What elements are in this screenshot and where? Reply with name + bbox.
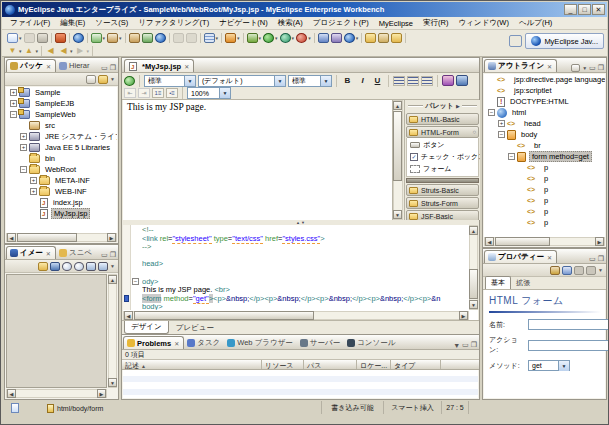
outline-item[interactable]: jsp:scriptlet [484,85,605,96]
viewtab-デザイン[interactable]: デザイン [124,321,169,334]
outline-hscrollbar[interactable]: ◀▶ [484,237,605,246]
zoom-out-icon[interactable] [62,262,72,271]
minimize-button[interactable]: _ [564,4,577,15]
external-tools-a-icon[interactable] [172,33,185,43]
property-input[interactable] [528,319,609,330]
new-java-package-icon[interactable]: ▾ [106,33,123,43]
tree-item[interactable]: +JRE システム・ライブラリー [jd [6,131,117,142]
myeclipse-database-explorer-icon[interactable]: ▾ [203,33,220,43]
tree-item[interactable]: −SampleWeb [6,109,117,120]
dropdown-arrow-icon[interactable]: ▾ [275,35,278,41]
open-perspective-icon[interactable] [509,35,522,47]
dropdown-arrow-icon[interactable]: ▾ [292,35,295,41]
close-icon[interactable]: ✕ [547,254,552,261]
run-icon[interactable]: ▾ [262,33,279,43]
tree-item[interactable]: +Sample [6,87,117,98]
palette-drawer-html-basic[interactable]: HTML-Basic [406,113,479,125]
palette-collapse-icon[interactable]: ▶ [456,103,460,109]
zoom-combo[interactable]: 100%▼ [187,87,231,99]
expand-icon[interactable]: + [10,89,17,96]
tree-item[interactable]: +Java EE 5 Libraries [6,142,117,153]
palette-item-form[interactable]: フォーム [407,163,478,175]
collapse-all-icon[interactable] [571,64,580,72]
expand-icon[interactable]: + [10,100,17,107]
save-icon[interactable] [23,33,36,43]
outline-item[interactable]: p [484,217,605,228]
next-annotation-icon[interactable]: ▼▾ [6,46,23,56]
dropdown-arrow-icon[interactable]: ▾ [70,48,73,54]
expand-icon[interactable]: + [30,177,37,184]
tab-outline[interactable]: アウトライン ✕ [484,59,557,72]
restore-default-icon[interactable] [574,266,584,275]
property-input[interactable] [528,340,609,351]
palette-drawer-struts-form[interactable]: Struts-Form [406,197,479,209]
outline-item[interactable]: −form method=get [484,151,605,162]
zoom-in-icon[interactable] [74,262,84,271]
outline-item[interactable]: p [484,162,605,173]
menu-source[interactable]: ソース(S) [90,18,133,28]
menu-navigate[interactable]: ナビゲート(N) [214,18,273,28]
view-menu-icon[interactable]: ▼ [110,76,115,82]
maximize-view-icon[interactable]: ❐ [110,64,116,72]
tree-item[interactable]: +META-INF [6,175,117,186]
design-text[interactable]: This is my JSP page. [123,100,392,112]
column-header-記述[interactable]: 記述 ▲ [122,360,262,369]
underline-button[interactable]: U [371,75,384,87]
source-code[interactable]: <!--<link rel="stylesheet" type="text/cs… [142,226,468,310]
palette-drawer-struts-basic[interactable]: Struts-Basic [406,184,479,196]
close-icon[interactable]: ✕ [46,63,51,70]
deploy-project-icon[interactable] [317,33,330,43]
new-web-component-icon[interactable]: ▾ [224,33,241,43]
menu-window[interactable]: ウィンドウ(W) [453,18,513,28]
outdent-icon[interactable]: ⇤ [124,88,136,98]
column-header-ロケー...[interactable]: ロケー... [357,360,391,369]
expand-icon[interactable]: + [20,133,27,140]
minimize-view-icon[interactable]: ▭ [589,64,596,72]
outline-item[interactable]: p [484,173,605,184]
method-select[interactable]: get▼ [528,360,570,371]
insert-image-icon[interactable] [50,262,60,271]
manage-servers-icon[interactable] [330,33,343,43]
menu-search[interactable]: 検索(A) [273,18,308,28]
tab-problems[interactable]: Problems✕ [123,336,184,349]
new-wizard-icon[interactable]: ▾ [6,33,23,43]
align-center-button[interactable] [407,76,419,86]
collapse-icon[interactable]: − [488,109,495,116]
debug-icon[interactable]: ▾ [246,33,263,43]
outline-item[interactable]: jsp:directive.page language=java [484,74,605,85]
outline-item[interactable]: br [484,140,605,151]
type-hierarchy-icon[interactable] [141,33,154,43]
refresh-browser-icon[interactable]: ▾ [343,33,360,43]
dropdown-arrow-icon[interactable]: ▾ [259,35,262,41]
menu-edit[interactable]: 編集(E) [55,18,90,28]
tab-snippets[interactable]: スニペ [56,246,96,259]
actual-size-icon[interactable] [98,262,108,271]
image-vscrollbar[interactable]: ▲▼ [108,274,117,388]
link-icon[interactable] [38,262,48,271]
view-menu-icon[interactable]: ▼ [582,65,587,71]
source-hscrollbar[interactable]: ◀▶ [123,311,469,320]
subtab-拡張[interactable]: 拡張 [511,277,535,289]
close-button[interactable]: ✕ [592,4,605,15]
palette-scroll-indicator[interactable] [406,178,479,183]
external-tools-b-icon[interactable] [185,33,198,43]
dropdown-arrow-icon[interactable]: ▾ [119,35,122,41]
font-family-combo[interactable]: (デフォルト)▼ [198,75,286,87]
column-header-リソース[interactable]: リソース [262,360,304,369]
font-color-icon[interactable] [456,75,468,86]
new-java-class-icon[interactable]: ▾ [90,33,107,43]
collapse-all-icon[interactable] [86,75,96,84]
forward-icon[interactable]: ▶▾ [74,46,91,56]
dropdown-arrow-icon[interactable]: ▾ [36,48,39,54]
numbered-list-icon[interactable]: 1≡ [152,88,164,98]
bullet-list-icon[interactable]: •≡ [166,88,178,98]
package-explorer-hscrollbar[interactable]: ◀▶ [6,233,117,242]
indent-icon[interactable]: ⇥ [138,88,150,98]
tab-tasks[interactable]: タスク [184,336,224,349]
open-type-icon[interactable] [128,33,141,43]
outline-item[interactable]: DOCTYPE:HTML [484,96,605,107]
tab-servers[interactable]: サーバー [297,336,344,349]
dropdown-arrow-icon[interactable]: ▾ [308,35,311,41]
tab-package-explorer[interactable]: パッケ ✕ [6,59,56,72]
design-vscrollbar[interactable]: ▲▼ [393,100,403,220]
